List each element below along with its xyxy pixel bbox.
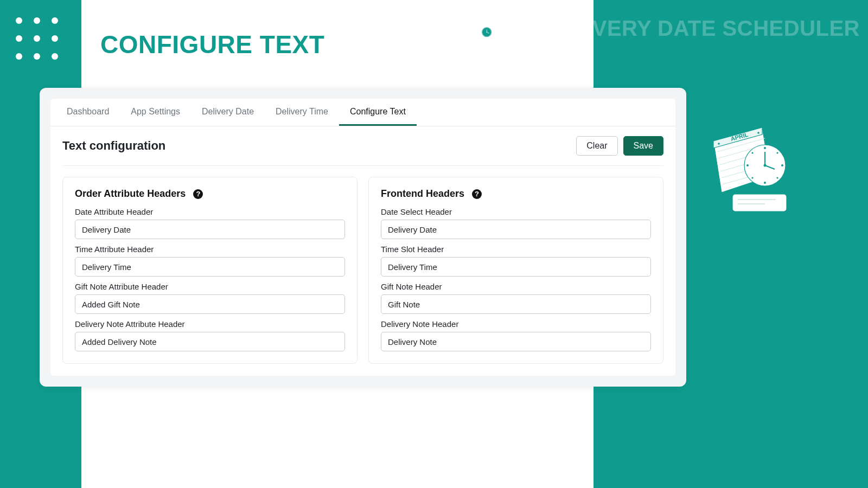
save-button[interactable]: Save (623, 136, 663, 156)
svg-point-10 (718, 143, 720, 145)
clear-button[interactable]: Clear (576, 136, 617, 156)
help-icon[interactable]: ? (472, 189, 482, 199)
main-card: Dashboard App Settings Delivery Date Del… (40, 88, 686, 387)
svg-point-29 (751, 177, 753, 178)
panel-header: Text configuration Clear Save (62, 136, 663, 166)
tab-configure-text[interactable]: Configure Text (339, 99, 417, 126)
svg-point-11 (757, 132, 760, 134)
label-delivery-note-header: Delivery Note Header (381, 319, 651, 329)
field-time-slot-header: Time Slot Header (381, 245, 651, 277)
field-date-attribute-header: Date Attribute Header (75, 207, 345, 239)
help-icon[interactable]: ? (193, 189, 203, 199)
frontend-headers-title-text: Frontend Headers (381, 188, 464, 200)
field-gift-note-attribute-header: Gift Note Attribute Header (75, 282, 345, 314)
input-time-slot-header[interactable] (381, 257, 651, 277)
svg-point-27 (776, 177, 778, 178)
field-date-select-header: Date Select Header (381, 207, 651, 239)
svg-point-25 (746, 164, 749, 166)
tab-delivery-date[interactable]: Delivery Date (191, 99, 265, 126)
svg-point-23 (781, 164, 783, 166)
svg-point-28 (751, 152, 753, 153)
tab-app-settings[interactable]: App Settings (120, 99, 191, 126)
label-gift-note-attribute-header: Gift Note Attribute Header (75, 282, 345, 291)
page-title: CONFIGURE TEXT (100, 30, 324, 59)
field-delivery-note-attribute-header: Delivery Note Attribute Header (75, 319, 345, 351)
input-time-attribute-header[interactable] (75, 257, 345, 277)
tab-dashboard[interactable]: Dashboard (56, 99, 120, 126)
order-attribute-headers-title: Order Attribute Headers ? (75, 188, 345, 200)
label-date-attribute-header: Date Attribute Header (75, 207, 345, 216)
panel: Text configuration Clear Save Order Attr… (50, 126, 675, 376)
tabs: Dashboard App Settings Delivery Date Del… (50, 99, 675, 126)
svg-point-24 (764, 182, 766, 184)
frontend-headers-card: Frontend Headers ? Date Select Header Ti… (368, 177, 663, 364)
columns: Order Attribute Headers ? Date Attribute… (62, 177, 663, 364)
field-gift-note-header: Gift Note Header (381, 282, 651, 314)
label-date-select-header: Date Select Header (381, 207, 651, 216)
calendar-illustration: APRIL (700, 119, 792, 217)
svg-point-22 (764, 147, 766, 149)
label-time-slot-header: Time Slot Header (381, 245, 651, 254)
order-attribute-headers-card: Order Attribute Headers ? Date Attribute… (62, 177, 358, 364)
brand-text: EM DELIVERY DATE SCHEDULER (502, 16, 860, 41)
calendar-clock-icon (470, 15, 494, 41)
svg-rect-30 (732, 194, 787, 211)
field-delivery-note-header: Delivery Note Header (381, 319, 651, 351)
panel-title: Text configuration (62, 139, 165, 153)
input-gift-note-header[interactable] (381, 294, 651, 314)
label-time-attribute-header: Time Attribute Header (75, 245, 345, 254)
input-date-attribute-header[interactable] (75, 220, 345, 239)
brand: EM DELIVERY DATE SCHEDULER (470, 15, 868, 41)
tab-delivery-time[interactable]: Delivery Time (265, 99, 339, 126)
svg-point-26 (776, 152, 778, 153)
input-gift-note-attribute-header[interactable] (75, 294, 345, 314)
frontend-headers-title: Frontend Headers ? (381, 188, 651, 200)
label-delivery-note-attribute-header: Delivery Note Attribute Header (75, 319, 345, 329)
input-delivery-note-attribute-header[interactable] (75, 332, 345, 351)
label-gift-note-header: Gift Note Header (381, 282, 651, 291)
field-time-attribute-header: Time Attribute Header (75, 245, 345, 277)
input-delivery-note-header[interactable] (381, 332, 651, 351)
panel-actions: Clear Save (576, 136, 663, 156)
input-date-select-header[interactable] (381, 220, 651, 239)
decor-dots-top-left (16, 17, 58, 60)
order-attribute-headers-title-text: Order Attribute Headers (75, 188, 186, 200)
decor-dots-bottom-right (745, 401, 789, 445)
